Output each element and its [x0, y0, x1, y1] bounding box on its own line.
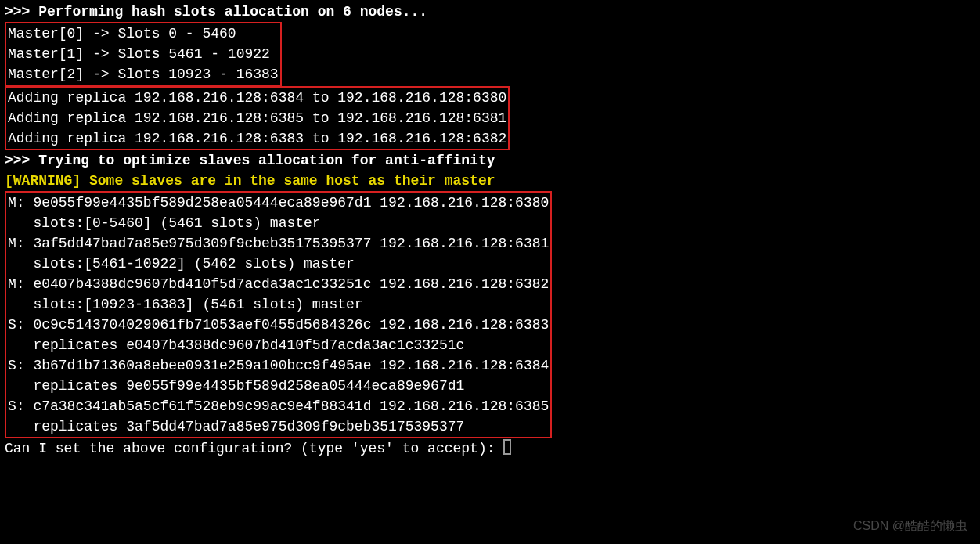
- replica-line: Adding replica 192.168.216.128:6385 to 1…: [8, 108, 506, 128]
- node-line: M: e0407b4388dc9607bd410f5d7acda3ac1c332…: [8, 274, 549, 294]
- replica-line: Adding replica 192.168.216.128:6384 to 1…: [8, 88, 506, 108]
- node-line: slots:[0-5460] (5461 slots) master: [8, 213, 549, 233]
- node-line: S: c7a38c341ab5a5cf61f528eb9c99ac9e4f883…: [8, 396, 549, 416]
- prompt-line[interactable]: Can I set the above configuration? (type…: [5, 438, 975, 459]
- master-slot-line: Master[2] -> Slots 10923 - 16383: [8, 64, 279, 85]
- replica-line: Adding replica 192.168.216.128:6383 to 1…: [8, 128, 506, 149]
- prompt-text: Can I set the above configuration? (type…: [5, 441, 503, 456]
- warning-line: [WARNING] Some slaves are in the same ho…: [5, 171, 975, 191]
- node-line: S: 0c9c5143704029061fb71053aef0455d56843…: [8, 315, 549, 335]
- master-slot-line: Master[1] -> Slots 5461 - 10922: [8, 44, 279, 64]
- node-line: slots:[5461-10922] (5462 slots) master: [8, 254, 549, 274]
- nodes-box: M: 9e055f99e4435bf589d258ea05444eca89e96…: [5, 191, 552, 438]
- node-line: M: 9e055f99e4435bf589d258ea05444eca89e96…: [8, 193, 549, 213]
- masters-box: Master[0] -> Slots 0 - 5460 Master[1] ->…: [5, 22, 282, 86]
- master-slot-line: Master[0] -> Slots 0 - 5460: [8, 23, 279, 44]
- optimize-line: >>> Trying to optimize slaves allocation…: [5, 150, 975, 171]
- watermark: CSDN @酷酷的懒虫: [853, 516, 967, 536]
- node-line: M: 3af5dd47bad7a85e975d309f9cbeb35175395…: [8, 233, 549, 254]
- header-line: >>> Performing hash slots allocation on …: [5, 2, 975, 22]
- node-line: replicates 9e055f99e4435bf589d258ea05444…: [8, 376, 549, 396]
- node-line: replicates e0407b4388dc9607bd410f5d7acda…: [8, 335, 549, 355]
- node-line: replicates 3af5dd47bad7a85e975d309f9cbeb…: [8, 416, 549, 437]
- node-line: slots:[10923-16383] (5461 slots) master: [8, 294, 549, 315]
- cursor-icon: [503, 439, 511, 455]
- replicas-box: Adding replica 192.168.216.128:6384 to 1…: [5, 86, 510, 150]
- node-line: S: 3b67d1b71360a8ebee0931e259a100bcc9f49…: [8, 355, 549, 376]
